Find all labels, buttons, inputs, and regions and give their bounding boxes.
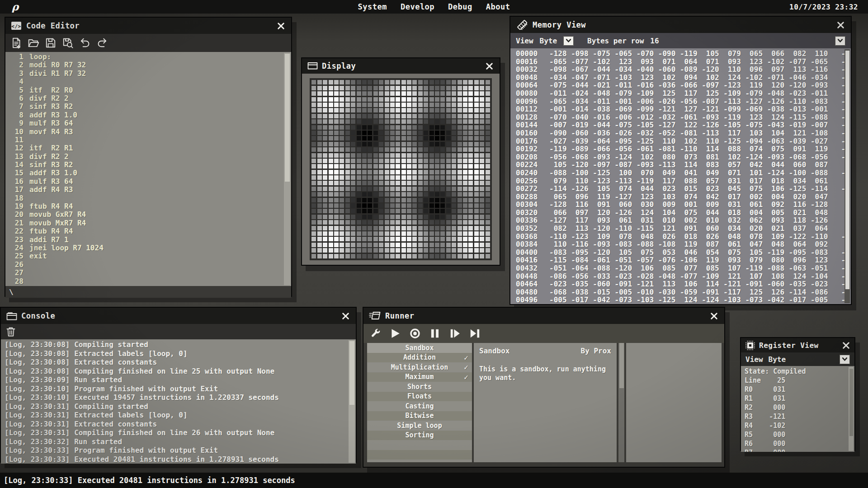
menu-item-debug[interactable]: Debug — [448, 2, 472, 11]
line-number: 4 — [10, 78, 24, 86]
display-pixel — [440, 114, 445, 118]
open-folder-button[interactable] — [27, 37, 40, 49]
display-pixel — [317, 164, 322, 169]
display-pixel — [412, 103, 417, 107]
display-pixel — [486, 187, 490, 191]
runner-scroll-thumb[interactable] — [619, 343, 624, 388]
close-icon[interactable] — [841, 340, 851, 350]
display-pixel — [317, 147, 322, 152]
run-button[interactable] — [389, 327, 401, 340]
undo-button[interactable] — [79, 37, 91, 49]
line-number: 11 — [10, 136, 24, 144]
display-pixel — [418, 159, 423, 163]
close-icon[interactable] — [835, 20, 845, 30]
register-scrollbar[interactable] — [849, 367, 854, 451]
menu-item-about[interactable]: About — [486, 2, 510, 11]
wrench-button[interactable] — [370, 328, 382, 339]
view-mode-dropdown[interactable] — [563, 36, 574, 46]
menu-items: SystemDevelopDebugAbout — [0, 2, 868, 11]
resize-handle[interactable]: \ — [9, 288, 14, 296]
display-pixel — [385, 108, 389, 113]
test-item-shorts[interactable]: Shorts — [367, 382, 472, 392]
memory-scroll-thumb[interactable] — [845, 51, 849, 289]
close-icon[interactable] — [709, 311, 719, 321]
test-item-sorting[interactable]: Sorting — [367, 431, 472, 441]
display-pixel — [317, 226, 322, 230]
console-scrollbar[interactable] — [349, 340, 355, 463]
display-pixel — [390, 248, 395, 253]
display-pixel — [345, 103, 350, 107]
display-pixel — [412, 192, 417, 197]
close-icon[interactable] — [484, 61, 494, 71]
display-pixel — [407, 254, 411, 258]
display-pixel — [418, 147, 423, 152]
display-pixel — [373, 192, 378, 197]
display-pixel — [480, 215, 484, 219]
code-area[interactable]: 1loop:2modi R0 R7 323divi R1 R7 3245itf … — [5, 52, 291, 286]
display-pixel — [390, 97, 395, 102]
display-pixel — [329, 108, 333, 113]
test-item-multiplication[interactable]: Multiplication✓ — [367, 362, 472, 372]
display-pixel — [340, 192, 344, 197]
display-pixel — [385, 175, 389, 180]
display-pixel — [334, 254, 339, 258]
save-button[interactable] — [44, 37, 57, 49]
redo-button[interactable] — [96, 37, 108, 49]
line-number: 7 — [10, 103, 24, 111]
display-pixel — [345, 192, 350, 197]
menu-item-develop[interactable]: Develop — [401, 2, 434, 11]
display-pixel — [401, 86, 406, 90]
display-pixel — [452, 237, 456, 241]
register-scroll-thumb[interactable] — [849, 369, 853, 436]
memory-address: 00032 — [516, 66, 542, 74]
bytes-per-row-dropdown[interactable] — [835, 36, 845, 46]
display-pixel — [429, 220, 434, 225]
display-pixel — [311, 226, 316, 230]
test-item-sandbox[interactable]: Sandbox — [367, 343, 472, 353]
close-icon[interactable] — [340, 311, 350, 321]
display-pixel — [474, 142, 479, 146]
test-item-addition[interactable]: Addition✓ — [367, 353, 472, 363]
display-pixel — [435, 147, 439, 152]
display-pixel — [463, 215, 467, 219]
test-item-casting[interactable]: Casting — [367, 401, 472, 411]
memory-values: -027 -039 -064 -095 -125 110 102 110 -12… — [549, 137, 850, 145]
display-pixel — [458, 187, 462, 191]
code-text: ftub R4 R4 — [29, 202, 73, 211]
display-pixel — [357, 192, 361, 197]
memory-row: 00256 079 110 -123 -113 -119 117 088 057… — [516, 177, 851, 185]
display-pixel — [357, 198, 361, 202]
display-pixel — [357, 254, 361, 258]
menu-item-system[interactable]: System — [358, 2, 387, 11]
stop-button[interactable] — [409, 327, 421, 340]
pause-button[interactable] — [429, 327, 441, 340]
save-as-button[interactable] — [61, 37, 74, 49]
step-button[interactable] — [448, 327, 461, 340]
memory-row: 00288 065 096 119 -127 123 103 074 042 0… — [516, 193, 851, 201]
test-item-simple-loop[interactable]: Simple loop — [367, 421, 472, 431]
memory-scrollbar[interactable] — [844, 49, 850, 303]
test-label: Shorts — [407, 383, 432, 391]
test-detail-panel: Sandbox By Prox This is a sandbox, run a… — [474, 343, 617, 462]
new-file-button[interactable] — [10, 37, 23, 49]
display-pixel — [345, 237, 350, 241]
display-pixel — [317, 103, 322, 107]
test-item-bitwise[interactable]: Bitwise — [367, 411, 472, 421]
display-pixel — [440, 220, 445, 225]
display-pixel — [329, 170, 333, 174]
test-item-floats[interactable]: Floats — [367, 392, 472, 402]
runner-scrollbar[interactable] — [618, 343, 624, 462]
display-pixel — [463, 254, 467, 258]
display-pixel — [385, 80, 389, 84]
display-pixel — [446, 136, 451, 141]
display-pixel — [357, 170, 361, 174]
console-scroll-thumb[interactable] — [349, 341, 354, 405]
close-icon[interactable] — [276, 21, 286, 31]
run-to-end-button[interactable] — [468, 327, 481, 340]
display-pixel — [329, 147, 333, 152]
test-item-maximum[interactable]: Maximum✓ — [367, 372, 472, 382]
code-scrollbar[interactable] — [284, 53, 290, 285]
register-view-dropdown[interactable] — [840, 355, 850, 364]
code-scroll-thumb[interactable] — [285, 54, 290, 182]
trash-icon[interactable] — [5, 326, 16, 338]
